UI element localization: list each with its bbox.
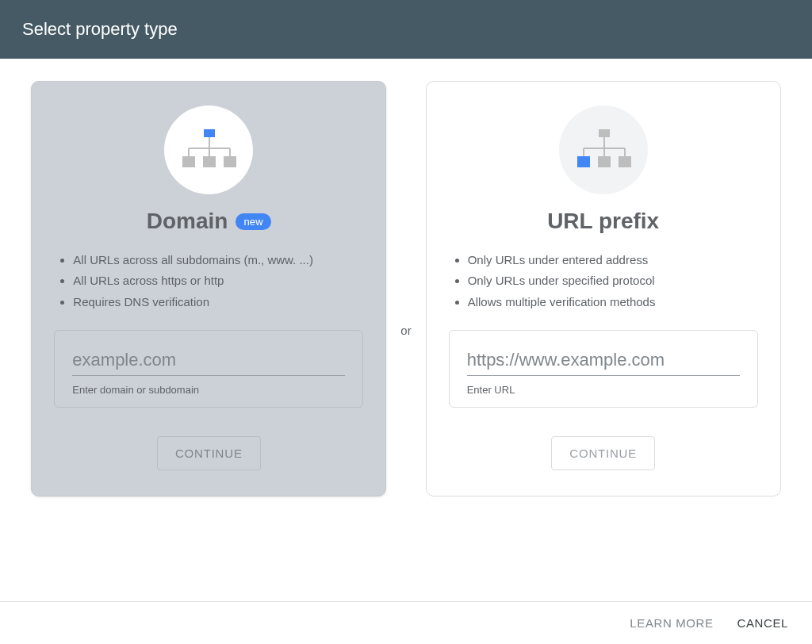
urlprefix-title-row: URL prefix bbox=[547, 209, 659, 234]
domain-title-row: Domain new bbox=[147, 209, 271, 234]
sitemap-icon bbox=[180, 128, 237, 172]
svg-rect-9 bbox=[599, 129, 610, 137]
urlprefix-input[interactable] bbox=[467, 347, 740, 376]
domain-icon-circle bbox=[164, 105, 253, 194]
list-item: Requires DNS verification bbox=[73, 292, 363, 312]
urlprefix-title: URL prefix bbox=[547, 209, 659, 234]
urlprefix-input-helper: Enter URL bbox=[467, 384, 740, 396]
sitemap-icon bbox=[575, 128, 632, 172]
urlprefix-icon-circle bbox=[559, 105, 648, 194]
dialog-title: Select property type bbox=[22, 19, 178, 39]
domain-input-helper: Enter domain or subdomain bbox=[72, 384, 345, 396]
svg-rect-16 bbox=[598, 156, 611, 167]
domain-input-container: Enter domain or subdomain bbox=[54, 330, 363, 408]
urlprefix-continue-button[interactable]: CONTINUE bbox=[551, 436, 655, 470]
or-divider: or bbox=[386, 92, 425, 568]
dialog-header: Select property type bbox=[0, 0, 812, 59]
domain-title: Domain bbox=[147, 209, 228, 234]
learn-more-button[interactable]: LEARN MORE bbox=[630, 616, 713, 630]
list-item: Allows multiple verification methods bbox=[468, 292, 758, 312]
svg-rect-6 bbox=[182, 156, 195, 167]
urlprefix-feature-list: Only URLs under entered address Only URL… bbox=[449, 250, 758, 312]
domain-feature-list: All URLs across all subdomains (m., www.… bbox=[54, 250, 363, 312]
dialog-footer: LEARN MORE CANCEL bbox=[0, 601, 812, 644]
svg-rect-17 bbox=[619, 156, 631, 167]
svg-rect-15 bbox=[577, 156, 590, 167]
svg-rect-7 bbox=[203, 156, 216, 167]
urlprefix-card[interactable]: URL prefix Only URLs under entered addre… bbox=[426, 81, 781, 496]
new-badge: new bbox=[236, 213, 270, 230]
cancel-button[interactable]: CANCEL bbox=[737, 616, 788, 630]
domain-input[interactable] bbox=[72, 347, 345, 376]
dialog-content: Domain new All URLs across all subdomain… bbox=[0, 59, 812, 601]
svg-rect-8 bbox=[224, 156, 236, 167]
svg-rect-0 bbox=[204, 129, 215, 137]
list-item: All URLs across https or http bbox=[73, 270, 363, 291]
list-item: Only URLs under entered address bbox=[468, 250, 758, 270]
urlprefix-input-container: Enter URL bbox=[449, 330, 758, 408]
domain-card[interactable]: Domain new All URLs across all subdomain… bbox=[31, 81, 386, 496]
list-item: All URLs across all subdomains (m., www.… bbox=[73, 250, 363, 270]
domain-continue-button[interactable]: CONTINUE bbox=[157, 436, 261, 470]
list-item: Only URLs under specified protocol bbox=[468, 270, 758, 291]
